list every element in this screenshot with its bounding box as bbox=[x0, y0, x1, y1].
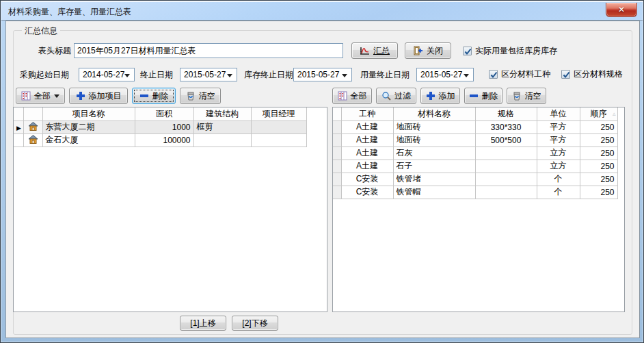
col-order[interactable]: 顺序▵ bbox=[580, 107, 617, 120]
cell-worktype[interactable]: A土建 bbox=[341, 147, 393, 160]
cell-unit[interactable]: 立方 bbox=[537, 147, 580, 160]
move-down-button-label: [2]下移 bbox=[242, 318, 267, 329]
table-row[interactable]: C安装 铁管帽 个 250 bbox=[333, 186, 617, 199]
stock-end-date-value: 2015-05-27 bbox=[297, 70, 339, 79]
cell-worktype[interactable]: C安装 bbox=[341, 173, 393, 186]
right-add-button-label: 添加 bbox=[439, 90, 455, 102]
cell-spec[interactable]: 330*330 bbox=[475, 120, 537, 134]
chevron-down-icon bbox=[54, 94, 59, 98]
usage-end-label: 用量终止日期 bbox=[360, 68, 410, 81]
summarize-button[interactable]: 汇总 bbox=[351, 42, 398, 59]
check-icon bbox=[562, 71, 569, 79]
close-dialog-button[interactable]: 关闭 bbox=[405, 42, 451, 59]
header-title-input[interactable]: 2015年05月27日材料用量汇总表 bbox=[74, 43, 343, 58]
cell-material[interactable]: 地面砖 bbox=[393, 134, 475, 147]
cell-project-name[interactable]: 金石大厦 bbox=[42, 134, 135, 147]
stock-end-label: 库存终止日期 bbox=[244, 68, 293, 81]
cell-spec[interactable] bbox=[475, 173, 537, 186]
right-delete-button[interactable]: 删除 bbox=[464, 88, 502, 104]
cell-unit[interactable]: 平方 bbox=[537, 134, 580, 147]
cell-unit[interactable]: 个 bbox=[537, 173, 580, 186]
right-all-button[interactable]: 全部 bbox=[332, 88, 372, 104]
close-dialog-button-label: 关闭 bbox=[427, 45, 443, 57]
col-unit[interactable]: 单位 bbox=[537, 107, 580, 120]
cell-material[interactable]: 铁管堵 bbox=[393, 173, 475, 186]
col-material-name[interactable]: 材料名称 bbox=[393, 107, 475, 120]
cell-unit[interactable]: 个 bbox=[537, 186, 580, 199]
right-add-button[interactable]: 添加 bbox=[420, 88, 460, 104]
split-spec-checkbox[interactable]: 区分材料规格 bbox=[561, 68, 623, 80]
cell-material[interactable]: 石子 bbox=[393, 160, 475, 173]
cell-unit[interactable]: 平方 bbox=[537, 120, 580, 134]
close-window-button[interactable]: ✕ bbox=[606, 3, 637, 17]
filter-button-label: 过滤 bbox=[394, 90, 411, 102]
materials-table[interactable]: 工种 材料名称 规格 单位 顺序▵ A土建 地面砖 330*330 平方 250… bbox=[332, 107, 625, 312]
stock-end-date-select[interactable]: 2015-05-27 bbox=[293, 68, 352, 81]
cell-area[interactable]: 1000 bbox=[135, 120, 193, 134]
right-clear-button[interactable]: 清空 bbox=[507, 88, 546, 104]
cell-order[interactable]: 250 bbox=[580, 120, 617, 134]
cell-material[interactable]: 地面砖 bbox=[393, 120, 475, 134]
move-down-button[interactable]: [2]下移 bbox=[232, 316, 278, 331]
split-worktype-checkbox[interactable]: 区分材料工种 bbox=[489, 68, 550, 80]
col-area[interactable]: 面积 bbox=[135, 107, 193, 120]
table-row[interactable]: A土建 石灰 立方 250 bbox=[333, 147, 617, 160]
cell-order[interactable]: 250 bbox=[580, 186, 617, 199]
col-project-name[interactable]: 项目名称 bbox=[42, 107, 135, 120]
purchase-start-date-select[interactable]: 2014-05-27 bbox=[79, 68, 135, 81]
left-clear-button[interactable]: 清空 bbox=[180, 88, 221, 104]
groupbox-label: 汇总信息 bbox=[22, 25, 60, 37]
cell-material[interactable]: 铁管帽 bbox=[393, 186, 475, 199]
usage-end-date-select[interactable]: 2015-05-27 bbox=[416, 68, 474, 81]
sort-indicator-icon: ▵ bbox=[613, 110, 616, 117]
col-worktype[interactable]: 工种 bbox=[341, 107, 393, 120]
projects-table[interactable]: 项目名称 面积 建筑结构 项目经理 ▶ 东营大厦二期 1000 框剪 金石大厦 bbox=[13, 107, 327, 312]
chevron-down-icon bbox=[464, 74, 469, 77]
cell-order[interactable]: 250 bbox=[580, 160, 617, 173]
table-row[interactable]: ▶ 东营大厦二期 1000 框剪 bbox=[14, 120, 306, 134]
left-clear-button-label: 清空 bbox=[199, 90, 215, 102]
cell-spec[interactable] bbox=[475, 147, 537, 160]
table-row[interactable]: C安装 铁管堵 个 250 bbox=[333, 173, 617, 186]
row-selector-header bbox=[333, 107, 341, 120]
cell-spec[interactable]: 500*500 bbox=[475, 134, 537, 147]
col-manager[interactable]: 项目经理 bbox=[251, 107, 306, 120]
table-row[interactable]: A土建 石子 立方 250 bbox=[333, 160, 617, 173]
chevron-down-icon bbox=[227, 74, 232, 77]
icon-column-header bbox=[23, 107, 42, 120]
cell-spec[interactable] bbox=[475, 160, 537, 173]
left-delete-button[interactable]: 删除 bbox=[132, 88, 176, 104]
cell-unit[interactable]: 立方 bbox=[537, 160, 580, 173]
purchase-end-date-select[interactable]: 2015-05-27 bbox=[180, 68, 237, 81]
table-row[interactable]: A土建 地面砖 500*500 平方 250 bbox=[333, 134, 617, 147]
col-structure[interactable]: 建筑结构 bbox=[193, 107, 251, 120]
cell-order[interactable]: 250 bbox=[580, 134, 617, 147]
include-stock-checkbox[interactable]: 实际用量包括库房库存 bbox=[463, 45, 557, 57]
checkbox-box bbox=[561, 70, 570, 79]
cell-worktype[interactable]: A土建 bbox=[341, 160, 393, 173]
add-project-button-label: 添加项目 bbox=[89, 90, 122, 102]
filter-button[interactable]: 过滤 bbox=[376, 88, 416, 104]
cell-order[interactable]: 250 bbox=[580, 173, 617, 186]
cell-structure[interactable] bbox=[193, 134, 251, 147]
cell-worktype[interactable]: A土建 bbox=[341, 134, 393, 147]
table-grid-icon bbox=[21, 91, 31, 101]
cell-worktype[interactable]: A土建 bbox=[341, 120, 393, 134]
cell-spec[interactable] bbox=[475, 186, 537, 199]
cell-area[interactable]: 100000 bbox=[135, 134, 193, 147]
table-row[interactable]: 金石大厦 100000 bbox=[14, 134, 306, 147]
add-project-button[interactable]: 添加项目 bbox=[69, 88, 128, 104]
cell-material[interactable]: 石灰 bbox=[393, 147, 475, 160]
cell-order[interactable]: 250 bbox=[580, 147, 617, 160]
cell-worktype[interactable]: C安装 bbox=[341, 186, 393, 199]
cell-structure[interactable]: 框剪 bbox=[193, 120, 251, 134]
title-bar[interactable]: 材料采购量、库存量、用量汇总表 ✕ bbox=[1, 1, 643, 21]
exit-door-icon bbox=[413, 46, 423, 55]
cell-manager[interactable] bbox=[251, 120, 306, 134]
col-spec[interactable]: 规格 bbox=[475, 107, 537, 120]
cell-project-name[interactable]: 东营大厦二期 bbox=[42, 120, 135, 134]
table-row[interactable]: A土建 地面砖 330*330 平方 250 bbox=[333, 120, 617, 134]
cell-manager[interactable] bbox=[251, 134, 306, 147]
left-all-button[interactable]: 全部 bbox=[16, 88, 65, 104]
move-up-button[interactable]: [1]上移 bbox=[180, 316, 226, 331]
